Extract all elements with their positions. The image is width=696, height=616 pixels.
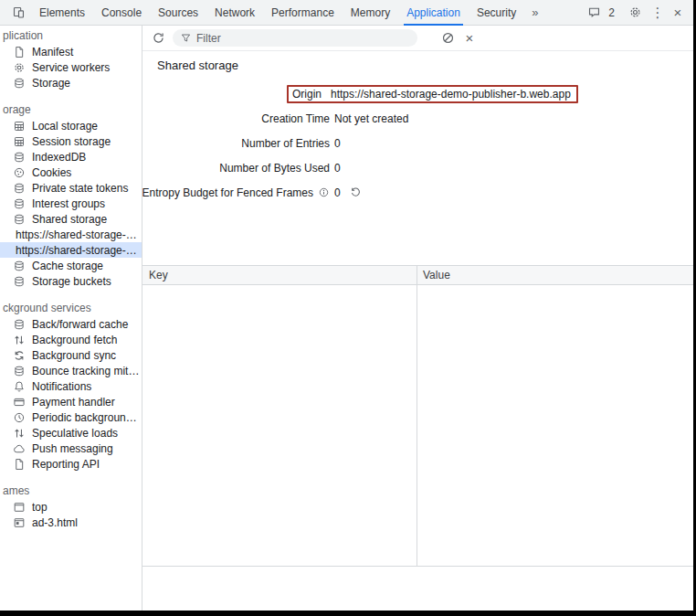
- sidebar-item-label: https://shared-storage-d…: [16, 228, 142, 241]
- field-value: Not yet created: [334, 112, 408, 125]
- sidebar-item-private-state-tokens[interactable]: Private state tokens: [0, 180, 142, 196]
- close-devtools-button[interactable]: ×: [670, 2, 686, 24]
- reset-budget-icon[interactable]: [350, 186, 362, 198]
- clock-icon: [13, 411, 26, 424]
- field-row-number-of-bytes: Number of Bytes Used 0: [142, 155, 693, 180]
- tab-security[interactable]: Security: [469, 0, 524, 25]
- clear-all-button[interactable]: [441, 31, 455, 45]
- entries-table-body[interactable]: [142, 286, 693, 566]
- sidebar-item-cookies[interactable]: Cookies: [0, 165, 142, 180]
- devtools-window: Elements Console Sources Network Perform…: [0, 0, 696, 616]
- database-icon: [13, 318, 26, 331]
- sidebar-item-label: IndexedDB: [32, 151, 142, 164]
- tab-network[interactable]: Network: [206, 0, 263, 25]
- tab-label: Elements: [39, 6, 85, 19]
- tab-elements[interactable]: Elements: [31, 0, 93, 25]
- tab-console[interactable]: Console: [93, 0, 150, 25]
- origin-highlight-box: Origin https://shared-storage-demo-publi…: [287, 85, 578, 103]
- tab-performance[interactable]: Performance: [263, 0, 343, 25]
- info-icon[interactable]: [318, 186, 330, 198]
- device-toolbar-icon: [12, 5, 26, 19]
- sidebar-item-bounce-tracking-mitigations[interactable]: Bounce tracking mitiga…: [0, 363, 142, 378]
- metadata-fields: Origin https://shared-storage-demo-publi…: [142, 81, 693, 205]
- sidebar-item-label: Background fetch: [32, 334, 142, 346]
- sidebar-item-shared-storage[interactable]: Shared storage: [0, 211, 142, 227]
- bell-icon: [13, 380, 26, 393]
- tab-memory[interactable]: Memory: [343, 0, 398, 25]
- tab-label: Sources: [158, 6, 198, 19]
- sidebar-item-label: Background sync: [32, 349, 142, 362]
- sidebar-item-payment-handler[interactable]: Payment handler: [0, 394, 142, 409]
- settings-button[interactable]: [624, 2, 646, 24]
- sidebar-item-shared-storage-origin-a[interactable]: https://shared-storage-d…: [0, 227, 142, 242]
- up-down-arrows-icon: [13, 427, 26, 440]
- field-label: Origin: [292, 88, 322, 101]
- cloud-icon: [13, 442, 26, 455]
- sidebar-item-back-forward-cache[interactable]: Back/forward cache: [0, 316, 142, 332]
- tab-label: Performance: [271, 6, 334, 19]
- topbar-actions: 2 ⋮ ×: [583, 2, 693, 24]
- close-view-button[interactable]: ×: [460, 30, 479, 46]
- tab-label: Security: [477, 6, 516, 19]
- sidebar-item-label: Private state tokens: [32, 182, 142, 195]
- sidebar-item-session-storage[interactable]: Session storage: [0, 133, 142, 149]
- sidebar-item-label: Storage: [32, 77, 142, 90]
- sidebar-item-label: Cookies: [32, 166, 142, 179]
- sidebar-item-speculative-loads[interactable]: Speculative loads: [0, 425, 142, 441]
- filter-box[interactable]: [173, 29, 417, 47]
- sidebar-item-reporting-api[interactable]: Reporting API: [0, 456, 142, 472]
- more-options-button[interactable]: ⋮: [649, 2, 666, 24]
- sidebar-item-frame-top[interactable]: top: [0, 499, 142, 515]
- console-messages-button[interactable]: [583, 2, 605, 24]
- sidebar-item-label: Cache storage: [32, 260, 142, 272]
- table-icon: [13, 135, 26, 148]
- sidebar-item-frame-ad-3[interactable]: ad-3.html: [0, 515, 142, 530]
- refresh-icon: [152, 31, 165, 45]
- entries-table-header: Key Value: [142, 266, 693, 285]
- filter-input[interactable]: [196, 32, 410, 45]
- sidebar-item-service-workers[interactable]: Service workers: [0, 59, 142, 75]
- value-column-header[interactable]: Value: [417, 266, 693, 284]
- sidebar-item-label: ad-3.html: [32, 516, 142, 529]
- sidebar-item-manifest[interactable]: Manifest: [0, 44, 142, 59]
- tab-application[interactable]: Application: [398, 0, 469, 25]
- sidebar-item-label: Push messaging: [32, 442, 142, 455]
- sidebar-item-notifications[interactable]: Notifications: [0, 378, 142, 394]
- sidebar-item-label: Local storage: [32, 120, 142, 133]
- field-value: https://shared-storage-demo-publisher-b.…: [331, 88, 571, 101]
- toggle-device-toolbar-button[interactable]: [7, 2, 29, 24]
- message-count-badge: 2: [608, 6, 615, 19]
- sidebar-item-label: Session storage: [32, 135, 142, 148]
- sidebar-item-push-messaging[interactable]: Push messaging: [0, 441, 142, 456]
- sidebar-item-shared-storage-origin-b[interactable]: https://shared-storage-d…: [0, 242, 142, 258]
- cookie-icon: [13, 166, 26, 179]
- sidebar-item-label: Service workers: [32, 61, 142, 74]
- sidebar-item-label: top: [32, 501, 142, 514]
- refresh-button[interactable]: [152, 31, 165, 45]
- sidebar-item-storage-buckets[interactable]: Storage buckets: [0, 273, 142, 289]
- application-sidebar: plication Manifest Service workers Stora…: [0, 26, 142, 611]
- database-icon: [13, 275, 26, 288]
- sidebar-item-label: Payment handler: [32, 396, 142, 409]
- entries-table: Key Value: [142, 265, 693, 567]
- credit-card-icon: [13, 396, 26, 409]
- sidebar-item-label: Bounce tracking mitiga…: [32, 365, 142, 377]
- field-label: Number of Entries: [241, 137, 330, 150]
- sidebar-item-label: Notifications: [32, 380, 142, 393]
- sidebar-item-local-storage[interactable]: Local storage: [0, 118, 142, 133]
- tab-sources[interactable]: Sources: [150, 0, 206, 25]
- sidebar-item-storage[interactable]: Storage: [0, 75, 142, 90]
- more-tabs-button[interactable]: »: [524, 0, 545, 25]
- table-icon: [13, 120, 26, 133]
- sidebar-item-background-sync[interactable]: Background sync: [0, 347, 142, 363]
- sidebar-item-background-fetch[interactable]: Background fetch: [0, 332, 142, 347]
- database-icon: [13, 151, 26, 164]
- key-column-header[interactable]: Key: [142, 266, 417, 284]
- sync-arrows-icon: [13, 349, 26, 362]
- sidebar-item-indexeddb[interactable]: IndexedDB: [0, 149, 142, 165]
- field-value: 0: [334, 162, 341, 175]
- sidebar-item-interest-groups[interactable]: Interest groups: [0, 196, 142, 211]
- database-icon: [13, 197, 26, 210]
- sidebar-item-cache-storage[interactable]: Cache storage: [0, 258, 142, 273]
- sidebar-item-periodic-background-sync[interactable]: Periodic background s…: [0, 409, 142, 425]
